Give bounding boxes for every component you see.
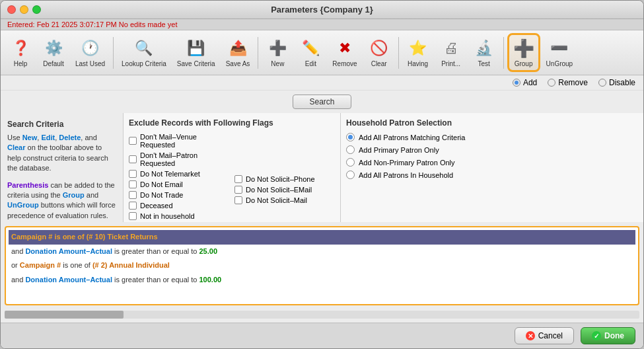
criteria-scrollbar[interactable] <box>5 311 639 319</box>
criteria-line-4[interactable]: and Donation Amount–Actual is greater th… <box>9 273 635 288</box>
toolbar-having[interactable]: ⭐ Having <box>402 34 434 71</box>
list-item[interactable]: Add Primary Patron Only <box>346 145 638 154</box>
clear-link[interactable]: Clear <box>7 143 26 151</box>
criteria-scrollbar-thumb[interactable] <box>5 311 124 319</box>
checkbox-do-not-solicit-phone[interactable] <box>234 175 242 183</box>
add-radio-group[interactable]: Add <box>513 78 537 87</box>
cancel-label: Cancel <box>538 331 563 340</box>
checkbox-dont-mail-patron[interactable] <box>129 155 137 163</box>
criteria-line-2[interactable]: and Donation Amount–Actual is greater th… <box>9 245 635 259</box>
list-item[interactable]: Add All Patrons In Household <box>346 171 638 179</box>
search-button[interactable]: Search <box>293 95 351 109</box>
toolbar: ❓ Help ⚙️ Default 🕐 Last Used 🔍 Lookup C… <box>1 30 643 75</box>
delete-link[interactable]: Delete <box>59 134 81 141</box>
toolbar-edit[interactable]: ✏️ Edit <box>295 34 326 71</box>
ungroup-icon: ➖ <box>549 38 570 59</box>
list-item: Do Not Solicit–Phone <box>234 175 335 183</box>
disable-radio[interactable] <box>598 79 606 87</box>
remove-radio-group[interactable]: Remove <box>548 78 588 87</box>
toolbar-remove[interactable]: ✖ Remove <box>328 34 361 71</box>
new-icon: ➕ <box>267 38 288 59</box>
having-icon: ⭐ <box>408 38 429 59</box>
ungroup-label: UnGroup <box>546 60 573 67</box>
having-label: Having <box>408 60 428 67</box>
do-not-email-label: Do Not Email <box>140 180 183 188</box>
last-used-label: Last Used <box>75 60 105 67</box>
done-button[interactable]: ✓ Done <box>581 327 635 344</box>
title-bar: Parameters {Company 1} <box>1 1 643 19</box>
toolbar-default[interactable]: ⚙️ Default <box>38 34 69 71</box>
list-item[interactable]: Add All Patrons Matching Criteria <box>346 133 638 141</box>
checkbox-deceased[interactable] <box>129 202 137 210</box>
toolbar-lookup-criteria[interactable]: 🔍 Lookup Criteria <box>117 34 171 71</box>
radio-all-patrons-household[interactable] <box>346 171 355 179</box>
remove-radio[interactable] <box>548 79 555 87</box>
toolbar-test[interactable]: 🔬 Test <box>468 34 500 71</box>
maximize-button[interactable] <box>32 5 41 14</box>
criteria-line-3[interactable]: or Campaign # is one of (# 2) Annual Ind… <box>9 258 635 273</box>
done-label: Done <box>604 331 624 340</box>
toolbar-separator-3 <box>398 37 399 69</box>
close-button[interactable] <box>7 5 16 14</box>
lookup-label: Lookup Criteria <box>122 60 166 67</box>
minimize-button[interactable] <box>20 5 28 14</box>
list-item: Do Not Email <box>129 180 229 188</box>
checkbox-do-not-solicit-email[interactable] <box>234 186 242 194</box>
criteria-line-1[interactable]: Campaign # is one of (# 10) Ticket Retur… <box>9 230 635 245</box>
add-radio[interactable] <box>513 79 520 87</box>
toolbar-group[interactable]: ➕ Group <box>507 33 540 72</box>
disable-label: Disable <box>609 78 635 87</box>
exclude-col-right: Do Not Solicit–Phone Do Not Solicit–EMai… <box>234 133 335 222</box>
criteria-donation-2: Donation Amount–Actual <box>25 276 112 284</box>
help-icon: ❓ <box>10 38 31 59</box>
list-item[interactable]: Add Non-Primary Patron Only <box>346 158 638 167</box>
list-item: Not in household <box>129 212 229 220</box>
checkbox-do-not-email[interactable] <box>129 180 137 188</box>
radio-all-patrons-matching[interactable] <box>346 133 355 141</box>
radio-primary-patron-only[interactable] <box>346 145 355 154</box>
checkbox-do-not-trade[interactable] <box>129 191 137 199</box>
toolbar-ungroup[interactable]: ➖ UnGroup <box>542 34 578 71</box>
last-used-icon: 🕐 <box>80 38 101 59</box>
toolbar-save-as[interactable]: 📤 Save As <box>221 34 255 71</box>
toolbar-print[interactable]: 🖨 Print... <box>435 34 467 71</box>
household-title: Household Patron Selection <box>346 118 638 128</box>
checkbox-dont-mail-venue[interactable] <box>129 137 137 145</box>
toolbar-clear[interactable]: 🚫 Clear <box>363 34 395 71</box>
test-icon: 🔬 <box>474 38 495 59</box>
toolbar-new[interactable]: ➕ New <box>262 34 293 71</box>
do-not-solicit-email-label: Do Not Solicit–EMail <box>246 186 312 194</box>
new-link[interactable]: New <box>22 134 38 141</box>
checkbox-not-in-household[interactable] <box>129 212 137 220</box>
test-label: Test <box>478 60 489 67</box>
checkbox-do-not-solicit-mail[interactable] <box>234 196 242 204</box>
group-link[interactable]: Group <box>63 191 85 199</box>
save-criteria-icon: 💾 <box>186 38 207 59</box>
criteria-val-2: 100.00 <box>199 276 221 284</box>
clear-label: Clear <box>371 60 387 67</box>
criteria-text-1a: Campaign # is one of (# 10) Ticket Retur… <box>11 233 158 241</box>
do-not-trade-label: Do Not Trade <box>140 191 183 199</box>
criteria-or-1: or <box>11 261 20 269</box>
parenthesis-label: Parenthesis <box>7 181 48 189</box>
status-bar: Entered: Feb 21 2025 3:07:17 PM No edits… <box>1 19 643 30</box>
bottom-bar: ✕ Cancel ✓ Done <box>1 323 643 348</box>
checkbox-do-not-telemarket[interactable] <box>129 170 137 178</box>
remove-label: Remove <box>332 60 357 67</box>
parenthesis-section: Parenthesis can be added to the criteria… <box>7 180 116 221</box>
toolbar-help[interactable]: ❓ Help <box>5 34 36 71</box>
search-bar: Search <box>1 91 643 113</box>
default-icon: ⚙️ <box>43 38 64 59</box>
criteria-area: Campaign # is one of (# 10) Ticket Retur… <box>5 226 639 305</box>
household-panel: Household Patron Selection Add All Patro… <box>341 113 643 222</box>
toolbar-last-used[interactable]: 🕐 Last Used <box>71 34 110 71</box>
save-criteria-label: Save Criteria <box>177 60 215 67</box>
toolbar-save-criteria[interactable]: 💾 Save Criteria <box>172 34 220 71</box>
cancel-button[interactable]: ✕ Cancel <box>515 327 574 344</box>
ungroup-link[interactable]: UnGroup <box>7 201 39 209</box>
edit-link[interactable]: Edit <box>41 134 55 141</box>
remove-icon: ✖ <box>334 38 355 59</box>
all-patrons-matching-label: Add All Patrons Matching Criteria <box>359 134 465 141</box>
disable-radio-group[interactable]: Disable <box>598 78 635 87</box>
radio-non-primary-patron[interactable] <box>346 158 355 167</box>
